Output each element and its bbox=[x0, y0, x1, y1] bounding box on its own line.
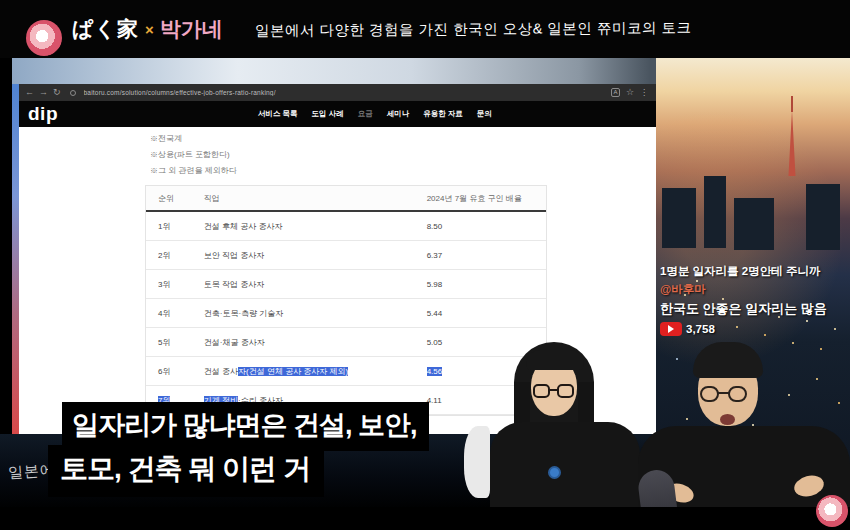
channel-name-separator: × bbox=[145, 21, 154, 38]
cell-job: 건설·채굴 종사자 bbox=[198, 337, 419, 348]
woman-bangs bbox=[526, 350, 584, 370]
cell-job: 토목 작업 종사자 bbox=[198, 279, 419, 290]
woman-glasses-bridge bbox=[549, 389, 558, 391]
play-icon bbox=[668, 325, 674, 333]
woman-glasses bbox=[533, 384, 550, 398]
table-row: 2위 보안 직업 종사자 6.37 bbox=[146, 241, 546, 270]
note-line: ※상용(파트 포함한다) bbox=[150, 147, 237, 163]
note-line: ※그 외 관련을 제외하다 bbox=[150, 163, 237, 179]
site-info-icon[interactable] bbox=[70, 90, 76, 96]
cell-ratio: 6.37 bbox=[419, 251, 546, 260]
cell-job: 건설 후체 공사 종사자 bbox=[198, 221, 419, 232]
man-glasses bbox=[700, 386, 719, 402]
man-mouth bbox=[720, 414, 735, 425]
host-woman bbox=[478, 342, 648, 510]
nav-item-resources[interactable]: 유용한 자료 bbox=[423, 109, 463, 119]
cell-job: 건설 종사자(건설 연체 공사 종사자 제외) bbox=[198, 366, 419, 377]
cell-ratio: 8.50 bbox=[419, 222, 546, 231]
channel-name-kr: 박가네 bbox=[160, 15, 223, 43]
building-silhouette bbox=[806, 184, 840, 250]
cell-job: 보안 직업 종사자 bbox=[198, 250, 419, 261]
subtitle-line2: 토모, 건축 뭐 이런 거 bbox=[48, 445, 324, 497]
building-silhouette bbox=[662, 188, 696, 248]
city-lights bbox=[656, 58, 658, 60]
watermark-logo-icon bbox=[816, 495, 848, 527]
subtitle-line1: 일자리가 많냐면은 건설, 보안, bbox=[62, 402, 429, 451]
wallpaper-strip-left bbox=[12, 84, 19, 434]
likes-row: 3,758 bbox=[660, 322, 850, 336]
cell-rank: 6위 bbox=[146, 366, 198, 377]
comment-author: @바후마 bbox=[660, 282, 850, 297]
episode-tagline: 일본에서 다양한 경험을 가진 한국인 오상& 일본인 쮸미코의 토크 bbox=[255, 18, 692, 40]
browser-chrome: ← → ↻ baitoru.com/solution/columns/effec… bbox=[19, 84, 656, 101]
reload-icon[interactable]: ↻ bbox=[53, 88, 61, 97]
forward-icon[interactable]: → bbox=[39, 88, 48, 97]
cell-job: 건축·토목·측량 기술자 bbox=[198, 308, 419, 319]
cell-rank: 2위 bbox=[146, 250, 198, 261]
header-ratio: 2024년 7월 유효 구인 배율 bbox=[419, 193, 546, 204]
job-text-selected: 자(건설 연체 공사 종사자 제외) bbox=[238, 367, 348, 376]
bookmark-icon[interactable]: ☆ bbox=[626, 88, 634, 97]
building-silhouette bbox=[704, 176, 726, 248]
tokyo-tower bbox=[784, 110, 800, 176]
ratio-selected: 4.56 bbox=[427, 367, 443, 376]
nav-item-services[interactable]: 서비스 목록 bbox=[258, 109, 298, 119]
table-row: 3위 토목 작업 종사자 5.98 bbox=[146, 270, 546, 299]
likes-count: 3,758 bbox=[686, 323, 715, 335]
back-icon[interactable]: ← bbox=[25, 88, 34, 97]
header-job: 직업 bbox=[198, 193, 419, 204]
banner-title: ぱく家 × 박가네 일본에서 다양한 경험을 가진 한국인 오상& 일본인 쮸미… bbox=[72, 0, 691, 58]
cell-rank: 4위 bbox=[146, 308, 198, 319]
site-header: dip 서비스 목록 도입 사례 요금 세미나 유용한 자료 문의 bbox=[19, 101, 656, 127]
job-text: 건설 종사 bbox=[204, 367, 238, 376]
woman-glasses bbox=[557, 384, 574, 398]
table-row: 1위 건설 후체 공사 종사자 8.50 bbox=[146, 212, 546, 241]
cell-ratio: 5.98 bbox=[419, 280, 546, 289]
cell-rank: 3위 bbox=[146, 279, 198, 290]
cell-rank: 1위 bbox=[146, 221, 198, 232]
man-glasses bbox=[728, 386, 747, 402]
site-nav: 서비스 목록 도입 사례 요금 세미나 유용한 자료 문의 bbox=[258, 109, 492, 119]
nav-item-cases[interactable]: 도입 사례 bbox=[312, 109, 344, 119]
note-line: ※전국계 bbox=[150, 131, 237, 147]
woman-body bbox=[490, 422, 640, 510]
youtube-badge-icon bbox=[660, 322, 682, 336]
table-header-row: 순위 직업 2024년 7월 유효 구인 배율 bbox=[146, 186, 546, 212]
channel-logo-icon bbox=[26, 20, 62, 56]
channel-banner: ぱく家 × 박가네 일본에서 다양한 경험을 가진 한국인 오상& 일본인 쮸미… bbox=[0, 0, 850, 58]
building-silhouette bbox=[734, 198, 774, 250]
video-frame: ← → ↻ baitoru.com/solution/columns/effec… bbox=[0, 0, 850, 530]
cell-ratio: 5.44 bbox=[419, 309, 546, 318]
bottom-letterbox bbox=[0, 507, 850, 530]
dip-logo[interactable]: dip bbox=[28, 103, 58, 125]
man-glasses-bridge bbox=[718, 392, 729, 394]
cell-rank: 5위 bbox=[146, 337, 198, 348]
comment-line1: 1명분 일자리를 2명안테 주니까 bbox=[660, 264, 850, 279]
table-row: 4위 건축·토목·측량 기술자 5.44 bbox=[146, 299, 546, 328]
translate-icon[interactable]: A bbox=[611, 88, 620, 97]
tokyo-tower-antenna bbox=[791, 96, 793, 112]
necklace-pendant bbox=[548, 466, 561, 479]
menu-icon[interactable]: ⋮ bbox=[640, 89, 648, 97]
pinned-comment-overlay: 1명분 일자리를 2명안테 주니까 @바후마 한국도 안좋은 일자리는 많음 3… bbox=[660, 264, 850, 336]
comment-line2: 한국도 안좋은 일자리는 많음 bbox=[660, 300, 850, 318]
man-hair bbox=[693, 342, 763, 378]
nav-item-seminar[interactable]: 세미나 bbox=[387, 109, 410, 119]
wallpaper-strip-top bbox=[12, 58, 656, 84]
url-bar[interactable]: baitoru.com/solution/columns/effective-j… bbox=[84, 89, 606, 96]
header-rank: 순위 bbox=[146, 193, 198, 204]
table-notes: ※전국계 ※상용(파트 포함한다) ※그 외 관련을 제외하다 bbox=[150, 131, 237, 179]
channel-name-jp: ぱく家 bbox=[72, 15, 139, 43]
nav-item-pricing[interactable]: 요금 bbox=[358, 109, 373, 119]
nav-item-contact[interactable]: 문의 bbox=[477, 109, 492, 119]
